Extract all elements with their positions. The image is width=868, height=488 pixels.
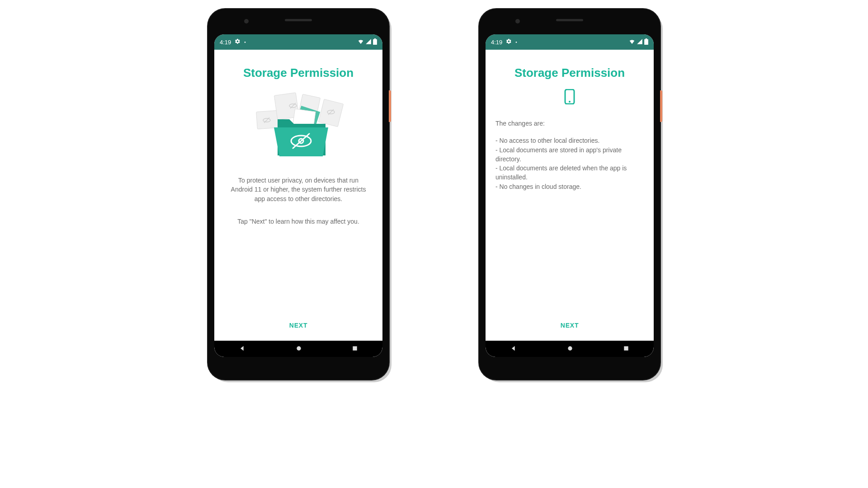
onboarding-content: Storage Permission [214,50,382,341]
svg-rect-5 [318,99,343,127]
status-time: 4:19 [491,39,502,46]
camera-dot [244,19,249,23]
svg-rect-24 [624,346,628,350]
svg-rect-18 [353,346,357,350]
recents-icon[interactable] [352,345,358,353]
gear-icon [506,38,512,46]
svg-rect-0 [373,39,377,44]
status-bar: 4:19 • [486,34,654,50]
bullet-item: - Local documents are deleted when the a… [495,164,644,182]
phone-frame-left: 4:19 • Storage Permission [208,9,389,380]
battery-icon [644,38,648,46]
bullet-item: - No changes in cloud storage. [495,182,644,191]
intro-paragraph-2: Tap "Next" to learn how this may affect … [214,217,382,226]
speaker-slot [285,19,312,21]
android-nav-bar [486,341,654,357]
screen-right: 4:19 • Storage Permission [486,34,654,357]
intro-paragraph-1: To protect user privacy, on devices that… [214,176,382,203]
svg-rect-19 [644,39,648,44]
dot-icon: • [244,40,246,45]
gear-icon [235,38,241,46]
recents-icon[interactable] [623,345,629,353]
bullet-item: - No access to other local directories. [495,136,644,145]
svg-rect-20 [646,38,647,39]
battery-icon [373,38,377,46]
svg-point-17 [297,346,301,350]
signal-icon [637,38,643,46]
home-icon[interactable] [295,345,302,353]
camera-dot [515,19,520,23]
dot-icon: • [515,40,517,45]
back-icon[interactable] [510,345,517,353]
status-time: 4:19 [220,39,231,46]
onboarding-content: Storage Permission The changes are: - No… [486,50,654,341]
svg-point-22 [569,101,571,103]
back-icon[interactable] [239,345,246,353]
next-button[interactable]: NEXT [214,314,382,341]
status-bar: 4:19 • [214,34,382,50]
bullet-item: - Local documents are stored in app's pr… [495,145,644,164]
wifi-icon [358,38,364,46]
page-title: Storage Permission [214,66,382,80]
speaker-slot [556,19,583,21]
svg-point-23 [568,346,572,350]
phone-frame-right: 4:19 • Storage Permission [479,9,660,380]
next-button[interactable]: NEXT [486,314,654,341]
folder-eye-off-icon [214,85,382,167]
wifi-icon [629,38,635,46]
changes-intro: The changes are: [486,119,654,128]
screen-left: 4:19 • Storage Permission [214,34,382,357]
signal-icon [365,38,372,46]
home-icon[interactable] [566,345,574,353]
svg-rect-1 [374,38,376,39]
android-nav-bar [214,341,382,357]
page-title: Storage Permission [486,66,654,80]
changes-list: - No access to other local directories. … [486,136,654,191]
smartphone-icon [486,85,654,108]
